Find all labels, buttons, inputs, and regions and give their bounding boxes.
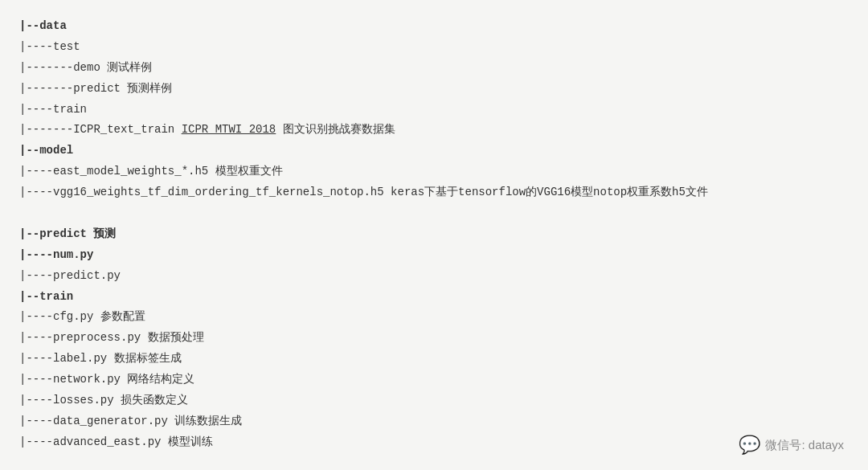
watermark: 💬 微信号: datayx: [739, 435, 844, 456]
line-text-underline: ICPR MTWI 2018: [182, 123, 276, 136]
tree-line-l1: |--data: [19, 16, 849, 37]
tree-line-l5: |----train: [19, 100, 849, 121]
tree-line-l2: |----test: [19, 37, 849, 58]
tree-line-l4: |-------predict 预测样例: [19, 79, 849, 100]
tree-line-l16: |----preprocess.py 数据预处理: [19, 328, 849, 349]
tree-line-l9: |----vgg16_weights_tf_dim_ordering_tf_ke…: [19, 182, 849, 203]
line-text-before: |-------ICPR_text_train: [19, 123, 182, 136]
tree-line-l17: |----label.py 数据标签生成: [19, 349, 849, 370]
tree-line-l7: |--model: [19, 141, 849, 161]
tree-line-l20: |----data_generator.py 训练数据生成: [19, 411, 849, 432]
tree-line-l10: [19, 203, 849, 224]
tree-line-l8: |----east_model_weights_*.h5 模型权重文件: [19, 161, 849, 182]
tree-line-l15: |----cfg.py 参数配置: [19, 307, 849, 328]
wechat-icon: 💬: [739, 435, 760, 456]
tree-line-l18: |----network.py 网络结构定义: [19, 370, 849, 390]
tree-line-l13: |----predict.py: [19, 266, 849, 287]
tree-line-l11: |--predict 预测: [19, 224, 849, 245]
watermark-text: 微信号: datayx: [765, 438, 844, 453]
tree-line-l6: |-------ICPR_text_train ICPR MTWI 2018 图…: [19, 120, 849, 141]
tree-line-l14: |--train: [19, 287, 849, 308]
tree-line-l21: |----advanced_east.py 模型训练: [19, 432, 849, 453]
tree-line-l12: |----num.py: [19, 245, 849, 266]
line-text-after: 图文识别挑战赛数据集: [276, 123, 395, 136]
tree-line-l19: |----losses.py 损失函数定义: [19, 390, 849, 411]
tree-line-l3: |-------demo 测试样例: [19, 58, 849, 79]
file-tree: |--data|----test|-------demo 测试样例|------…: [19, 16, 849, 453]
